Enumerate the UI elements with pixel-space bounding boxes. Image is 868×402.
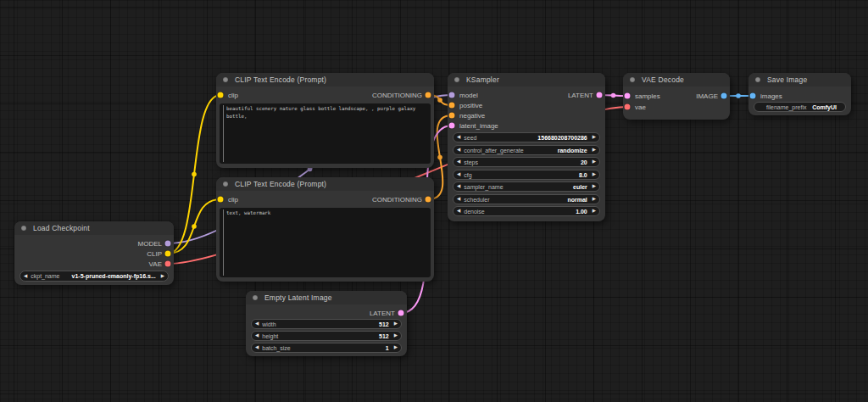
- decrement-arrow-icon[interactable]: ◀: [453, 135, 464, 140]
- widget-label: filename_prefix: [766, 104, 806, 110]
- node-title-bar[interactable]: Load Checkpoint: [14, 221, 174, 235]
- input-label-clip: clip: [228, 196, 238, 204]
- node-clip-text-encode-prompt[interactable]: CLIP Text Encode (Prompt)clipCONDITIONIN…: [216, 177, 434, 282]
- decrement-arrow-icon[interactable]: ◀: [252, 333, 262, 338]
- output-label-image: IMAGE: [696, 92, 718, 100]
- node-title: Empty Latent Image: [264, 293, 332, 302]
- node-save-image[interactable]: Save Imageimagesfilename_prefixComfyUI: [748, 73, 851, 115]
- decrement-arrow-icon[interactable]: ◀: [453, 209, 464, 214]
- decrement-arrow-icon[interactable]: ◀: [453, 197, 464, 202]
- widget-control-after-generate[interactable]: ◀control_after_generaterandomize▶: [453, 145, 600, 155]
- widget-width[interactable]: ◀width512▶: [251, 319, 402, 329]
- link-midpoint-dot: [437, 98, 442, 103]
- node-title: CLIP Text Encode (Prompt): [235, 180, 326, 188]
- input-port-positive[interactable]: [449, 103, 455, 109]
- output-port-conditioning[interactable]: [426, 197, 431, 203]
- widget-scheduler[interactable]: ◀schedulernormal▶: [453, 194, 600, 204]
- decrement-arrow-icon[interactable]: ◀: [453, 184, 464, 189]
- node-collapse-icon[interactable]: [21, 226, 26, 231]
- widget-label: sampler_name: [464, 184, 503, 190]
- node-title: Load Checkpoint: [33, 224, 90, 232]
- increment-arrow-icon[interactable]: ▶: [391, 345, 401, 350]
- node-title: CLIP Text Encode (Prompt): [235, 75, 326, 84]
- node-title: Save Image: [767, 75, 807, 84]
- input-label-latent-image: latent_image: [459, 122, 498, 130]
- widget-steps[interactable]: ◀steps20▶: [453, 157, 600, 167]
- node-title-bar[interactable]: VAE Decode: [623, 73, 730, 87]
- increment-arrow-icon[interactable]: ▶: [589, 135, 599, 140]
- output-port-vae[interactable]: [165, 261, 171, 267]
- input-label-images: images: [760, 92, 782, 100]
- widget-value: 1.00: [576, 209, 589, 215]
- increment-arrow-icon[interactable]: ▶: [589, 209, 599, 214]
- input-port-model[interactable]: [449, 92, 455, 98]
- output-port-latent[interactable]: [398, 310, 404, 316]
- node-collapse-icon[interactable]: [223, 77, 228, 82]
- decrement-arrow-icon[interactable]: ◀: [20, 274, 31, 279]
- increment-arrow-icon[interactable]: ▶: [391, 321, 401, 327]
- node-clip-text-encode-prompt[interactable]: CLIP Text Encode (Prompt)clipCONDITIONIN…: [216, 73, 434, 168]
- decrement-arrow-icon[interactable]: ◀: [252, 345, 262, 350]
- node-collapse-icon[interactable]: [755, 77, 760, 82]
- increment-arrow-icon[interactable]: ▶: [589, 197, 599, 202]
- increment-arrow-icon[interactable]: ▶: [391, 333, 401, 338]
- prompt-textarea[interactable]: text, watermark: [220, 208, 431, 277]
- widget-batch-size[interactable]: ◀batch_size1▶: [251, 343, 402, 353]
- node-ksampler[interactable]: KSamplermodelpositivenegativelatent_imag…: [448, 73, 605, 221]
- link-midpoint-dot: [736, 93, 741, 98]
- node-graph-canvas[interactable]: Load CheckpointMODELCLIPVAE◀ckpt_namev1-…: [0, 0, 868, 402]
- node-collapse-icon[interactable]: [454, 77, 459, 82]
- widget-value: euler: [573, 184, 589, 190]
- input-port-clip[interactable]: [218, 197, 224, 203]
- output-port-model[interactable]: [165, 241, 171, 247]
- widget-label: height: [262, 333, 278, 339]
- increment-arrow-icon[interactable]: ▶: [589, 148, 599, 153]
- node-load-checkpoint[interactable]: Load CheckpointMODELCLIPVAE◀ckpt_namev1-…: [14, 221, 174, 285]
- input-port-negative[interactable]: [449, 113, 455, 119]
- output-port-image[interactable]: [721, 93, 727, 99]
- widget-seed[interactable]: ◀seed156680208700286▶: [453, 132, 600, 142]
- node-collapse-icon[interactable]: [223, 181, 228, 187]
- widget-ckpt-name[interactable]: ◀ckpt_namev1-5-pruned-emaonly-fp16.s...▶: [19, 271, 169, 282]
- output-label-conditioning: CONDITIONING: [372, 92, 422, 99]
- increment-arrow-icon[interactable]: ▶: [589, 172, 599, 177]
- input-label-positive: positive: [459, 102, 482, 109]
- decrement-arrow-icon[interactable]: ◀: [453, 159, 464, 165]
- output-port-clip[interactable]: [165, 251, 171, 257]
- widget-cfg[interactable]: ◀cfg8.0▶: [453, 170, 600, 180]
- decrement-arrow-icon[interactable]: ◀: [453, 148, 464, 153]
- output-label-vae: VAE: [149, 260, 162, 268]
- node-title-bar[interactable]: Empty Latent Image: [246, 291, 407, 304]
- node-collapse-icon[interactable]: [253, 295, 258, 300]
- node-title-bar[interactable]: CLIP Text Encode (Prompt): [216, 73, 434, 87]
- node-title-bar[interactable]: CLIP Text Encode (Prompt): [216, 177, 434, 191]
- increment-arrow-icon[interactable]: ▶: [589, 159, 599, 165]
- input-port-images[interactable]: [750, 93, 756, 99]
- output-label-latent: LATENT: [568, 92, 593, 99]
- output-port-latent[interactable]: [597, 92, 603, 98]
- decrement-arrow-icon[interactable]: ◀: [453, 172, 464, 177]
- widget-label: control_after_generate: [464, 148, 523, 154]
- prompt-textarea[interactable]: beautiful scenery nature glass bottle la…: [220, 103, 431, 164]
- decrement-arrow-icon[interactable]: ◀: [252, 321, 262, 327]
- input-port-latent-image[interactable]: [449, 123, 455, 129]
- input-label-model: model: [459, 92, 478, 99]
- widget-value: 512: [379, 321, 391, 327]
- node-vae-decode[interactable]: VAE DecodesamplesvaeIMAGE: [623, 73, 730, 120]
- widget-sampler-name[interactable]: ◀sampler_nameeuler▶: [453, 181, 600, 192]
- input-port-samples[interactable]: [625, 93, 631, 99]
- widget-height[interactable]: ◀height512▶: [251, 331, 402, 341]
- input-port-clip[interactable]: [218, 92, 224, 98]
- node-empty-latent-image[interactable]: Empty Latent ImageLATENT◀width512▶◀heigh…: [246, 291, 407, 356]
- widget-filename-prefix[interactable]: filename_prefixComfyUI: [754, 102, 846, 112]
- widget-value: 512: [379, 333, 391, 339]
- node-collapse-icon[interactable]: [630, 77, 635, 82]
- input-port-vae[interactable]: [625, 104, 631, 110]
- increment-arrow-icon[interactable]: ▶: [158, 274, 168, 279]
- output-port-conditioning[interactable]: [426, 92, 431, 98]
- widget-denoise[interactable]: ◀denoise1.00▶: [453, 206, 600, 216]
- node-title-bar[interactable]: Save Image: [748, 73, 851, 87]
- node-title-bar[interactable]: KSampler: [448, 73, 605, 87]
- increment-arrow-icon[interactable]: ▶: [589, 184, 599, 189]
- widget-label: steps: [464, 159, 478, 165]
